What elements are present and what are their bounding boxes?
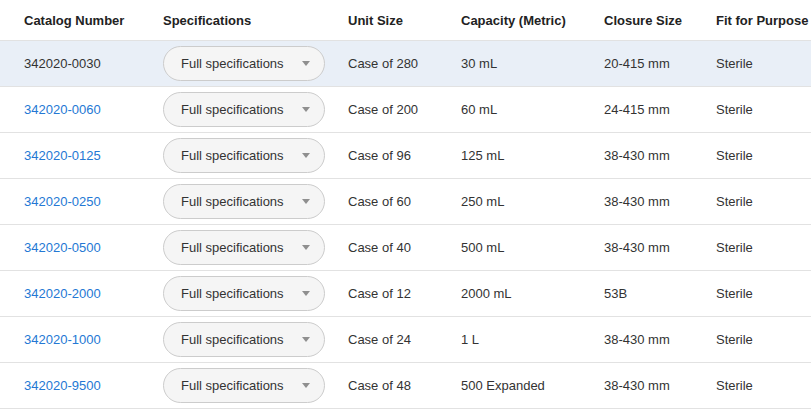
unit-size-cell: Case of 12 [348,286,461,301]
fit-for-purpose-cell: Sterile [716,286,811,301]
full-specifications-dropdown[interactable]: Full specifications [163,276,325,311]
specifications-cell: Full specifications [163,92,348,127]
closure-size-cell: 38-430 mm [604,194,716,209]
catalog-number-cell: 342020-2000 [0,286,163,301]
dropdown-label: Full specifications [181,56,284,71]
closure-size-cell: 24-415 mm [604,102,716,117]
catalog-number-link[interactable]: 342020-1000 [24,332,101,347]
catalog-number-cell: 342020-0060 [0,102,163,117]
specifications-cell: Full specifications [163,46,348,81]
unit-size-cell: Case of 40 [348,240,461,255]
chevron-down-icon [302,199,310,204]
column-header-closure-size: Closure Size [604,13,716,28]
dropdown-label: Full specifications [181,332,284,347]
catalog-number-link[interactable]: 342020-9500 [24,378,101,393]
fit-for-purpose-cell: Sterile [716,240,811,255]
catalog-number-link[interactable]: 342020-0125 [24,148,101,163]
specifications-cell: Full specifications [163,230,348,265]
table-row: 342020-0250 Full specifications Case of … [0,179,811,225]
catalog-number-link[interactable]: 342020-0030 [24,56,101,71]
capacity-cell: 30 mL [461,56,604,71]
capacity-cell: 2000 mL [461,286,604,301]
closure-size-cell: 53B [604,286,716,301]
table-row: 342020-1000 Full specifications Case of … [0,317,811,363]
specifications-cell: Full specifications [163,138,348,173]
unit-size-cell: Case of 24 [348,332,461,347]
capacity-cell: 1 L [461,332,604,347]
fit-for-purpose-cell: Sterile [716,194,811,209]
table-row: 342020-0030 Full specifications Case of … [0,41,811,87]
table-row: 342020-0060 Full specifications Case of … [0,87,811,133]
column-header-specifications: Specifications [163,13,348,28]
dropdown-label: Full specifications [181,240,284,255]
capacity-cell: 250 mL [461,194,604,209]
specifications-cell: Full specifications [163,276,348,311]
unit-size-cell: Case of 200 [348,102,461,117]
capacity-cell: 125 mL [461,148,604,163]
dropdown-label: Full specifications [181,378,284,393]
column-header-unit-size: Unit Size [348,13,461,28]
unit-size-cell: Case of 60 [348,194,461,209]
catalog-number-link[interactable]: 342020-0250 [24,194,101,209]
catalog-number-cell: 342020-0500 [0,240,163,255]
unit-size-cell: Case of 96 [348,148,461,163]
fit-for-purpose-cell: Sterile [716,332,811,347]
chevron-down-icon [302,337,310,342]
table-row: 342020-0500 Full specifications Case of … [0,225,811,271]
chevron-down-icon [302,107,310,112]
specifications-cell: Full specifications [163,368,348,403]
chevron-down-icon [302,153,310,158]
catalog-number-link[interactable]: 342020-0060 [24,102,101,117]
table-row: 342020-9500 Full specifications Case of … [0,363,811,409]
column-header-capacity-metric: Capacity (Metric) [461,13,604,28]
full-specifications-dropdown[interactable]: Full specifications [163,184,325,219]
full-specifications-dropdown[interactable]: Full specifications [163,138,325,173]
unit-size-cell: Case of 280 [348,56,461,71]
dropdown-label: Full specifications [181,194,284,209]
unit-size-cell: Case of 48 [348,378,461,393]
chevron-down-icon [302,291,310,296]
chevron-down-icon [302,245,310,250]
catalog-number-cell: 342020-9500 [0,378,163,393]
specifications-cell: Full specifications [163,322,348,357]
closure-size-cell: 38-430 mm [604,378,716,393]
table-header: Catalog Number Specifications Unit Size … [0,0,811,41]
fit-for-purpose-cell: Sterile [716,148,811,163]
column-header-catalog-number: Catalog Number [0,13,163,28]
fit-for-purpose-cell: Sterile [716,378,811,393]
closure-size-cell: 38-430 mm [604,332,716,347]
closure-size-cell: 38-430 mm [604,240,716,255]
fit-for-purpose-cell: Sterile [716,56,811,71]
dropdown-label: Full specifications [181,148,284,163]
full-specifications-dropdown[interactable]: Full specifications [163,230,325,265]
table-row: 342020-2000 Full specifications Case of … [0,271,811,317]
catalog-number-cell: 342020-0250 [0,194,163,209]
full-specifications-dropdown[interactable]: Full specifications [163,92,325,127]
full-specifications-dropdown[interactable]: Full specifications [163,368,325,403]
dropdown-label: Full specifications [181,102,284,117]
catalog-number-cell: 342020-0125 [0,148,163,163]
capacity-cell: 60 mL [461,102,604,117]
table-row: 342020-0125 Full specifications Case of … [0,133,811,179]
column-header-fit-for-purpose: Fit for Purpose [716,13,811,28]
catalog-number-link[interactable]: 342020-0500 [24,240,101,255]
specifications-cell: Full specifications [163,184,348,219]
closure-size-cell: 38-430 mm [604,148,716,163]
fit-for-purpose-cell: Sterile [716,102,811,117]
catalog-number-cell: 342020-1000 [0,332,163,347]
catalog-number-cell: 342020-0030 [0,56,163,71]
full-specifications-dropdown[interactable]: Full specifications [163,46,325,81]
full-specifications-dropdown[interactable]: Full specifications [163,322,325,357]
capacity-cell: 500 Expanded [461,378,604,393]
chevron-down-icon [302,61,310,66]
product-table: Catalog Number Specifications Unit Size … [0,0,811,409]
chevron-down-icon [302,383,310,388]
catalog-number-link[interactable]: 342020-2000 [24,286,101,301]
dropdown-label: Full specifications [181,286,284,301]
capacity-cell: 500 mL [461,240,604,255]
table-body: 342020-0030 Full specifications Case of … [0,41,811,409]
closure-size-cell: 20-415 mm [604,56,716,71]
